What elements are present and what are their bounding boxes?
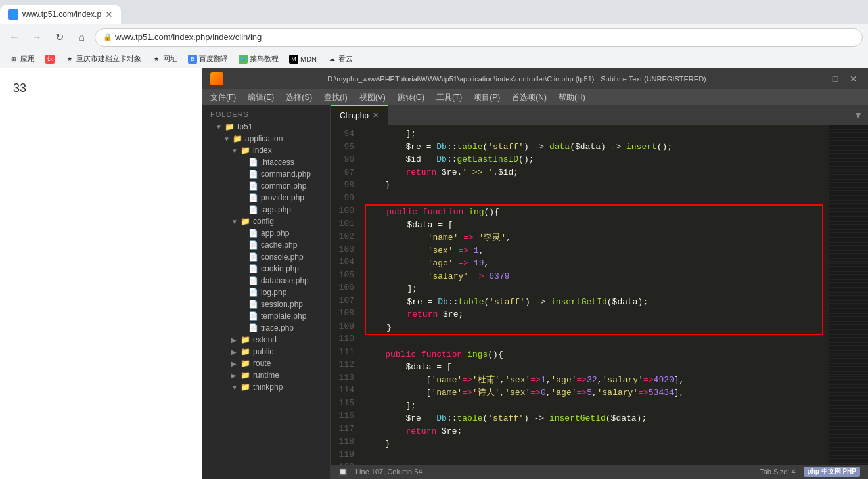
bookmark-runoob[interactable]: 🐦 菜鸟教程	[235, 53, 283, 65]
minimize-button[interactable]: —	[810, 72, 823, 85]
tree-item-runtime[interactable]: ▶ 📁 runtime	[202, 369, 330, 381]
code-line-118: }	[365, 438, 823, 451]
tree-item-htaccess[interactable]: 📄 .htaccess	[202, 156, 330, 168]
code-line-104: 'age' => 19,	[366, 257, 822, 270]
arrow-right-icon: ▶	[231, 348, 238, 355]
forward-button[interactable]: →	[28, 28, 46, 47]
code-line-108: return $re;	[366, 308, 822, 321]
sublime-titlebar: D:\myphp_www\PHPTutorial\WWW\tp51\applic…	[202, 68, 868, 89]
code-line-117: return $re;	[365, 425, 823, 438]
file-icon: 📄	[248, 311, 258, 321]
tree-item-provider[interactable]: 📄 provider.php	[202, 192, 330, 204]
runoob-icon: 🐦	[239, 55, 248, 64]
line-numbers: 94 95 96 97 98 99 100 101 102 103 104 10…	[331, 125, 359, 465]
tab-clin[interactable]: Clin.php ✕	[331, 105, 388, 125]
file-icon: 📄	[248, 158, 258, 167]
home-button[interactable]: ⌂	[72, 28, 91, 47]
tab-size: Tab Size: 4	[760, 468, 795, 476]
menu-view[interactable]: 视图(V)	[354, 91, 391, 104]
code-line-112: $data = [	[365, 361, 823, 374]
code-line-97: return $re.' >> '.$id;	[365, 166, 823, 179]
address-box[interactable]: 🔒 www.tp51.com/index.php/index/clin/ing	[95, 28, 863, 47]
tree-item-log[interactable]: 📄 log.php	[202, 286, 330, 298]
code-line-96: $id = Db::getLastInsID();	[365, 153, 823, 166]
code-line-120: }	[365, 463, 823, 465]
tree-item-public[interactable]: ▶ 📁 public	[202, 346, 330, 357]
tree-item-config[interactable]: ▼ 📁 config	[202, 216, 330, 227]
tab-label: Clin.php	[340, 111, 369, 120]
folder-icon: 📁	[240, 371, 250, 380]
tree-item-route[interactable]: ▶ 📁 route	[202, 357, 330, 369]
menu-prefs[interactable]: 首选项(N)	[507, 91, 552, 104]
tree-item-app[interactable]: 📄 app.php	[202, 227, 330, 239]
menu-file[interactable]: 文件(F)	[205, 91, 241, 104]
file-icon: 📄	[248, 276, 258, 285]
tab-close-icon[interactable]: ✕	[105, 10, 113, 19]
tab-bar: 🌐 www.tp51.com/index.p ✕	[0, 0, 868, 24]
code-editor[interactable]: 94 95 96 97 98 99 100 101 102 103 104 10…	[331, 125, 868, 465]
back-button[interactable]: ←	[5, 28, 24, 47]
bookmark-apps[interactable]: ⊞ 应用	[5, 53, 39, 65]
wangzhi-icon: ★	[152, 55, 161, 64]
highlighted-block: public function ing(){ $data = [ 'name' …	[365, 204, 823, 335]
sublime-body: FOLDERS ▼ 📁 tp51 ▼ 📁 application ▼ 📁 ind…	[202, 105, 868, 479]
tree-item-database[interactable]: 📄 database.php	[202, 275, 330, 286]
close-button[interactable]: ✕	[847, 72, 860, 85]
file-icon: 📄	[248, 300, 258, 309]
tree-item-cache[interactable]: 📄 cache.php	[202, 239, 330, 251]
bookmark-wangzhi[interactable]: ★ 网址	[148, 53, 181, 65]
minimap[interactable]	[829, 125, 868, 465]
sublime-window: D:\myphp_www\PHPTutorial\WWW\tp51\applic…	[202, 68, 868, 479]
reload-button[interactable]: ↻	[50, 28, 68, 47]
encoding-indicator: 🔲	[338, 468, 348, 476]
bookmark-baidu[interactable]: B 百度翻译	[184, 53, 232, 65]
arrow-down-icon: ▼	[231, 218, 238, 225]
tab-favicon: 🌐	[8, 9, 18, 20]
page-number: 33	[0, 68, 202, 108]
menu-goto[interactable]: 跳转(G)	[392, 91, 430, 104]
tree-item-command[interactable]: 📄 command.php	[202, 168, 330, 180]
menu-select[interactable]: 选择(S)	[281, 91, 317, 104]
file-tree-sidebar[interactable]: FOLDERS ▼ 📁 tp51 ▼ 📁 application ▼ 📁 ind…	[202, 105, 331, 479]
tree-item-trace[interactable]: 📄 trace.php	[202, 322, 330, 334]
menu-find[interactable]: 查找(I)	[319, 91, 352, 104]
menu-project[interactable]: 项目(P)	[468, 91, 505, 104]
browser-page: 33	[0, 68, 202, 479]
menu-help[interactable]: 帮助(H)	[553, 91, 591, 104]
tree-item-index[interactable]: ▼ 📁 index	[202, 145, 330, 156]
bookmark-chongqing[interactable]: ★ 重庆市建档立卡对象	[61, 53, 145, 65]
tree-item-thinkphp[interactable]: ▼ 📁 thinkphp	[202, 381, 330, 393]
arrow-right-icon: ▶	[231, 360, 238, 367]
tree-item-console[interactable]: 📄 console.php	[202, 251, 330, 263]
code-line-98: }	[365, 179, 823, 192]
tree-item-common[interactable]: 📄 common.php	[202, 180, 330, 192]
cursor-position: Line 107, Column 54	[355, 468, 423, 476]
tree-item-tp51[interactable]: ▼ 📁 tp51	[202, 121, 330, 133]
tab-close-icon[interactable]: ✕	[373, 111, 378, 120]
tree-item-tags[interactable]: 📄 tags.php	[202, 204, 330, 216]
tree-item-session[interactable]: 📄 session.php	[202, 298, 330, 310]
fu-icon: 扶	[45, 55, 55, 64]
address-text: www.tp51.com/index.php/index/clin/ing	[115, 32, 262, 42]
tabs-dropdown-icon[interactable]: ▼	[848, 110, 868, 120]
tree-item-application[interactable]: ▼ 📁 application	[202, 133, 330, 145]
baidu-icon: B	[188, 55, 197, 64]
folders-header: FOLDERS	[202, 105, 330, 121]
folder-icon: 📁	[240, 382, 250, 392]
code-line-114: ['name'=>'诗人','sex'=>0,'age'=>5,'salary'…	[365, 386, 823, 399]
main-content: 33 D:\myphp_www\PHPTutorial\WWW\tp51\app…	[0, 68, 868, 479]
bookmark-kanyun[interactable]: ☁ 看云	[323, 53, 357, 65]
php-badge: php 中文网 PHP	[804, 467, 860, 477]
tree-item-cookie[interactable]: 📄 cookie.php	[202, 263, 330, 275]
active-tab[interactable]: 🌐 www.tp51.com/index.p ✕	[0, 5, 121, 24]
bookmark-mdn[interactable]: M MDN	[285, 53, 321, 65]
tree-item-template[interactable]: 📄 template.php	[202, 310, 330, 322]
bookmark-fu[interactable]: 扶	[41, 53, 58, 65]
arrow-down-icon: ▼	[216, 124, 222, 131]
editor-tab-bar: Clin.php ✕ ▼	[331, 105, 868, 125]
menu-tools[interactable]: 工具(T)	[431, 91, 467, 104]
tree-item-extend[interactable]: ▶ 📁 extend	[202, 334, 330, 346]
menu-edit[interactable]: 编辑(E)	[242, 91, 279, 104]
maximize-button[interactable]: □	[829, 72, 842, 85]
code-content[interactable]: ]; $re = Db::table('staff') -> data($dat…	[359, 125, 829, 465]
